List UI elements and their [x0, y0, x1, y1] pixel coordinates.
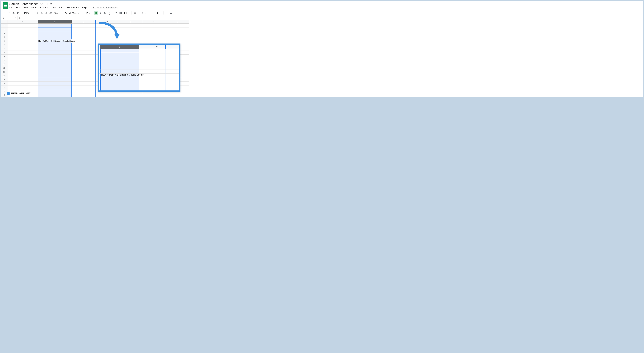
row-header[interactable]: 11 — [1, 62, 8, 66]
redo-button[interactable] — [7, 11, 11, 15]
col-header-c[interactable]: C — [72, 20, 96, 24]
increase-decimal-button[interactable]: .00 — [48, 11, 52, 15]
font-select[interactable]: Default (Ari...▼ — [64, 11, 82, 15]
italic-button[interactable]: I — [99, 11, 102, 15]
row-header[interactable]: 4 — [1, 35, 8, 39]
cell[interactable] — [72, 82, 96, 86]
cell[interactable] — [72, 47, 96, 51]
menu-insert[interactable]: Insert — [31, 6, 37, 9]
cell[interactable] — [142, 93, 166, 97]
strikethrough-button[interactable]: S — [103, 11, 107, 15]
inset-col-header-c[interactable]: C — [139, 45, 175, 49]
cell[interactable] — [38, 89, 72, 93]
text-wrap-button[interactable]: ▼ — [148, 11, 155, 15]
cell[interactable] — [72, 59, 96, 62]
cell[interactable] — [72, 31, 96, 35]
cell[interactable] — [38, 28, 72, 31]
cell[interactable] — [142, 31, 166, 35]
row-header[interactable]: 3 — [1, 31, 8, 35]
fill-color-button[interactable] — [114, 11, 118, 15]
cell[interactable] — [166, 39, 189, 43]
cell[interactable] — [8, 86, 38, 89]
menu-help[interactable]: Help — [82, 6, 86, 9]
row-header[interactable]: 15 — [1, 78, 8, 82]
menu-format[interactable]: Format — [40, 6, 48, 9]
cell[interactable] — [38, 35, 72, 39]
menu-tools[interactable]: Tools — [59, 6, 64, 9]
cell[interactable] — [8, 51, 38, 55]
decrease-decimal-button[interactable]: .0 — [44, 11, 48, 15]
cell[interactable] — [142, 24, 166, 28]
cell[interactable] — [166, 93, 189, 97]
vertical-align-button[interactable]: ▼ — [140, 11, 147, 15]
cell[interactable] — [72, 86, 96, 89]
col-header-a[interactable]: A — [8, 20, 38, 24]
merge-cells-button[interactable]: ▼ — [123, 11, 130, 15]
cell[interactable] — [38, 74, 72, 78]
row-header[interactable]: 14 — [1, 74, 8, 78]
row-header[interactable]: 2 — [1, 28, 8, 31]
column-resize-handle[interactable] — [95, 20, 96, 24]
last-edit-link[interactable]: Last edit was seconds ago — [91, 6, 118, 9]
row-header[interactable]: 13 — [1, 70, 8, 74]
cell[interactable] — [38, 59, 72, 62]
cell[interactable] — [8, 24, 38, 28]
cell[interactable] — [72, 70, 96, 74]
font-size-select[interactable]: 10▼ — [84, 11, 91, 15]
cell[interactable] — [8, 39, 38, 43]
col-header-b[interactable]: B — [38, 20, 72, 24]
inset-col-header-b[interactable]: B — [100, 45, 139, 49]
cell[interactable] — [72, 51, 96, 55]
row-header[interactable]: 8 — [1, 51, 8, 55]
cell[interactable] — [8, 82, 38, 86]
menu-data[interactable]: Data — [51, 6, 56, 9]
cell[interactable] — [38, 47, 72, 51]
cell[interactable] — [38, 78, 72, 82]
cell[interactable] — [38, 43, 72, 47]
sheets-logo-icon[interactable] — [3, 2, 8, 9]
row-header[interactable]: 17 — [1, 86, 8, 89]
cell[interactable] — [142, 28, 166, 31]
cell[interactable] — [38, 31, 72, 35]
cell[interactable] — [72, 89, 96, 93]
cell[interactable] — [38, 70, 72, 74]
cell[interactable] — [8, 59, 38, 62]
cell[interactable] — [8, 43, 38, 47]
cell[interactable] — [72, 55, 96, 59]
borders-button[interactable] — [119, 11, 122, 15]
cell[interactable] — [8, 47, 38, 51]
zoom-select[interactable]: 100%▼ — [23, 11, 32, 15]
more-formats-select[interactable]: 123▼ — [53, 11, 61, 15]
cell[interactable] — [166, 35, 189, 39]
cell[interactable] — [38, 51, 72, 55]
cell[interactable] — [72, 93, 96, 97]
cell[interactable] — [8, 28, 38, 31]
cell[interactable] — [72, 43, 96, 47]
document-title[interactable]: Sample Spreadsheet — [10, 2, 38, 6]
row-header[interactable]: 12 — [1, 66, 8, 70]
cell[interactable] — [38, 24, 72, 28]
star-icon[interactable] — [40, 3, 43, 6]
cell[interactable] — [166, 28, 189, 31]
cell[interactable] — [142, 39, 166, 43]
paint-format-button[interactable] — [16, 11, 20, 15]
row-header[interactable]: 16 — [1, 82, 8, 86]
cell[interactable] — [142, 35, 166, 39]
cell[interactable] — [38, 66, 72, 70]
move-icon[interactable] — [45, 3, 48, 6]
menu-extensions[interactable]: Extensions — [67, 6, 79, 9]
cell[interactable] — [72, 74, 96, 78]
print-button[interactable] — [12, 11, 16, 15]
row-header[interactable]: 7 — [1, 47, 8, 51]
undo-button[interactable] — [3, 11, 6, 15]
cell[interactable] — [8, 31, 38, 35]
cell[interactable] — [72, 66, 96, 70]
cell[interactable] — [38, 86, 72, 89]
cell[interactable] — [72, 35, 96, 39]
cloud-icon[interactable] — [50, 3, 52, 6]
cell[interactable] — [72, 24, 96, 28]
row-header[interactable]: 10 — [1, 59, 8, 62]
row-header[interactable]: 1 — [1, 24, 8, 28]
row-header[interactable]: 9 — [1, 55, 8, 59]
cell[interactable] — [8, 78, 38, 82]
